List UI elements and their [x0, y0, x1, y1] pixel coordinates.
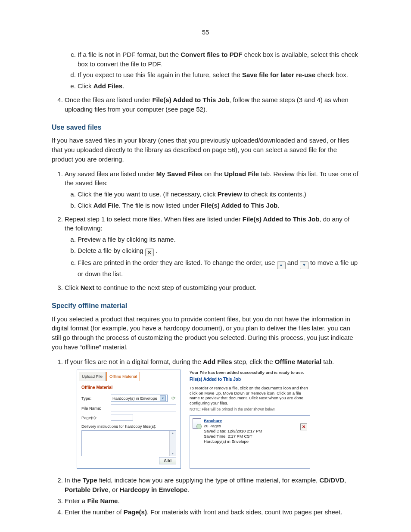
text: Any saved files are listed under [65, 170, 156, 177]
bold: Offline Material [275, 358, 321, 365]
chevron-down-icon: ▾ [160, 395, 166, 401]
type-value: Hardcopy(s) in Envelope [112, 395, 157, 401]
list-item-saved-3: Click Next to continue to the next step … [65, 283, 359, 292]
text: . [187, 486, 189, 493]
document-icon[interactable] [193, 418, 201, 429]
text: Files are printed in the order they are … [78, 259, 277, 266]
bold: Add Files [93, 82, 123, 90]
text: Click [65, 284, 81, 291]
move-down-icon [300, 261, 308, 269]
file-pages: 20 Pages [204, 423, 262, 429]
list-item-c: If a file is not in PDF format, but the … [78, 50, 359, 69]
text: . [156, 247, 157, 254]
text: . [118, 497, 119, 504]
offline-form: Offline Material Type: Hardcopy(s) in En… [77, 381, 181, 467]
list-item-d: If you expect to use this file again in … [78, 70, 359, 80]
pages-input[interactable] [111, 414, 133, 421]
text: Delete a file by clicking [78, 247, 145, 254]
heading-specify-offline-material: Specify offline material [52, 301, 359, 311]
bold: File(s) Added to This Job [243, 215, 320, 223]
text: Enter a [65, 497, 87, 504]
list-item-saved-1: Any saved files are listed under My Save… [65, 169, 359, 210]
text: Click [78, 202, 93, 209]
bold: File Name [87, 497, 118, 504]
offline-material-title: Offline Material [81, 385, 176, 391]
list-item-saved-2c: Files are printed in the order they are … [78, 258, 359, 278]
list-item-saved-2: Repeat step 1 to select more files. When… [65, 215, 359, 279]
bold: Add File [93, 202, 119, 209]
delivery-textarea[interactable]: ▴▾ [81, 430, 176, 456]
text: Click [78, 82, 93, 90]
files-added-instructions: To reorder or remove a file, click on th… [190, 386, 310, 406]
files-added-title: File(s) Added to This Job [190, 376, 310, 383]
bold: File(s) Added to This Job [152, 96, 229, 103]
text: . For materials with front and back side… [147, 508, 342, 516]
bold: Convert files to PDF [181, 51, 242, 58]
offline-material-figure: Upload File Offline Material Offline Mat… [77, 370, 359, 469]
bold: File(s) Added to This Job [201, 202, 278, 209]
type-label: Type: [81, 395, 108, 401]
tab-offline-material[interactable]: Offline Material [106, 372, 140, 381]
text: Once the files are listed under [65, 96, 152, 103]
pages-label: Page(s): [81, 415, 108, 421]
text: If you expect to use this file again in … [78, 71, 242, 78]
text: tab. [321, 358, 334, 365]
list-item-saved-1b: Click Add File. The file is now listed u… [78, 201, 359, 210]
add-button[interactable]: Add [159, 457, 176, 464]
files-added-note: NOTE: Files will be printed in the order… [190, 407, 310, 412]
page-number: 55 [52, 28, 359, 37]
bold: Page(s) [124, 508, 147, 516]
text: In the [65, 476, 83, 484]
text: field, indicate how you are supplying th… [97, 476, 320, 484]
bold: Next [81, 284, 95, 291]
list-item-off-2: In the Type field, indicate how you are … [65, 476, 359, 495]
file-entry: Brochure 20 Pages Saved Date: 12/9/2010 … [193, 418, 307, 444]
list-item-saved-2b: Delete a file by clicking . [78, 246, 359, 257]
delivery-label: Delivery instructions for hardcopy files… [81, 423, 176, 429]
filename-input[interactable] [111, 404, 176, 411]
file-name-link[interactable]: Brochure [204, 418, 262, 423]
bold: My Saved Files [156, 170, 203, 177]
text: . [122, 82, 124, 90]
list-item-4: Once the files are listed under File(s) … [65, 95, 359, 114]
text: . The file is now listed under [119, 202, 201, 209]
text: step, click the [232, 358, 275, 365]
bold: Save file for later re-use [242, 71, 315, 78]
delete-icon [145, 249, 154, 256]
text: check box. [315, 71, 348, 78]
list-item-saved-2a: Preview a file by clicking its name. [78, 235, 359, 244]
file-saved-time: Saved Time: 2:17 PM CST [204, 434, 262, 439]
offline-material-panel: Upload File Offline Material Offline Mat… [77, 370, 181, 469]
heading-use-saved-files: Use saved files [52, 122, 359, 132]
text: If a file is not in PDF format, but the [78, 51, 181, 58]
file-type: Hardcopy(s) in Envelope [204, 439, 262, 444]
filename-label: File Name: [81, 405, 108, 411]
remove-file-icon[interactable]: ✕ [300, 423, 307, 430]
bold: Hardcopy in Envelope [120, 486, 188, 493]
text: If your files are not in a digital forma… [65, 358, 203, 365]
bold: CD/DVD [319, 476, 344, 484]
text: to continue to the next step of customiz… [94, 284, 256, 291]
text: , [344, 476, 346, 484]
text: , or [109, 486, 120, 493]
text: Click the file you want to use. (If nece… [78, 190, 218, 198]
refresh-icon[interactable]: ⟳ [170, 395, 176, 401]
bold: Preview [218, 190, 242, 198]
list-item-off-1: If your files are not in a digital forma… [65, 357, 359, 469]
tab-upload-file[interactable]: Upload File [79, 372, 106, 381]
tabs-row: Upload File Offline Material [77, 370, 181, 381]
files-added-panel: Your File has been added successfully an… [190, 370, 310, 469]
file-list-box: Brochure 20 Pages Saved Date: 12/9/2010 … [190, 415, 310, 469]
success-message: Your File has been added successfully an… [190, 370, 310, 376]
bold: Portable Drive [65, 486, 109, 493]
list-item-e: Click Add Files. [78, 81, 359, 91]
paragraph-offline-intro: If you selected a product that requires … [52, 314, 359, 352]
list-item-saved-1a: Click the file you want to use. (If nece… [78, 190, 359, 199]
type-select[interactable]: Hardcopy(s) in Envelope ▾ [111, 395, 168, 402]
move-up-icon [277, 261, 286, 269]
text: Enter the number of [65, 508, 124, 516]
paragraph-saved-intro: If you have saved files in your library … [52, 136, 359, 164]
text: . [277, 202, 279, 209]
bold: Type [83, 476, 97, 484]
scrollbar[interactable]: ▴▾ [169, 431, 176, 456]
